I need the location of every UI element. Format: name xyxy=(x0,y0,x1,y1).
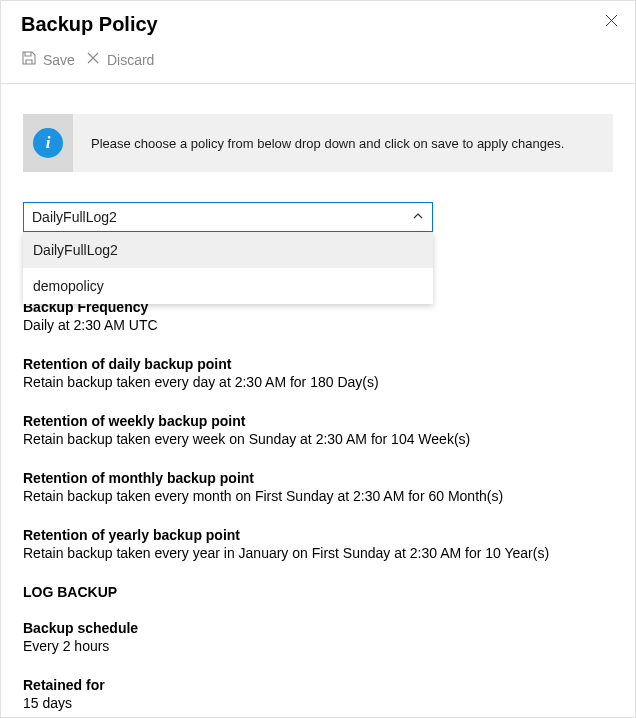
close-icon[interactable] xyxy=(604,13,619,32)
retention-daily-value: Retain backup taken every day at 2:30 AM… xyxy=(23,372,613,393)
save-label: Save xyxy=(43,52,75,68)
info-text: Please choose a policy from below drop d… xyxy=(91,136,564,151)
discard-button[interactable]: Discard xyxy=(85,50,154,69)
save-icon xyxy=(21,50,37,69)
retention-daily-heading: Retention of daily backup point xyxy=(23,356,613,372)
policy-dropdown-selected: DailyFullLog2 xyxy=(32,209,117,225)
retention-monthly-value: Retain backup taken every month on First… xyxy=(23,486,613,507)
backup-frequency-value: Daily at 2:30 AM UTC xyxy=(23,315,613,336)
backup-schedule-value: Every 2 hours xyxy=(23,636,613,657)
discard-icon xyxy=(85,50,101,69)
dropdown-option[interactable]: DailyFullLog2 xyxy=(23,232,433,268)
chevron-up-icon xyxy=(412,208,424,226)
page-title: Backup Policy xyxy=(21,13,158,36)
discard-label: Discard xyxy=(107,52,154,68)
retained-for-value: 15 days xyxy=(23,693,613,714)
retention-yearly-value: Retain backup taken every year in Januar… xyxy=(23,543,613,564)
policy-dropdown[interactable]: DailyFullLog2 xyxy=(23,202,433,232)
retained-for-heading: Retained for xyxy=(23,677,613,693)
dropdown-option[interactable]: demopolicy xyxy=(23,268,433,304)
toolbar: Save Discard xyxy=(1,44,635,84)
backup-schedule-heading: Backup schedule xyxy=(23,620,613,636)
info-banner: i Please choose a policy from below drop… xyxy=(23,114,613,172)
retention-weekly-heading: Retention of weekly backup point xyxy=(23,413,613,429)
retention-yearly-heading: Retention of yearly backup point xyxy=(23,527,613,543)
retention-weekly-value: Retain backup taken every week on Sunday… xyxy=(23,429,613,450)
retention-monthly-heading: Retention of monthly backup point xyxy=(23,470,613,486)
log-backup-heading: LOG BACKUP xyxy=(23,584,613,600)
policy-dropdown-options: DailyFullLog2 demopolicy xyxy=(23,232,433,304)
info-icon: i xyxy=(23,114,73,172)
save-button[interactable]: Save xyxy=(21,50,75,69)
